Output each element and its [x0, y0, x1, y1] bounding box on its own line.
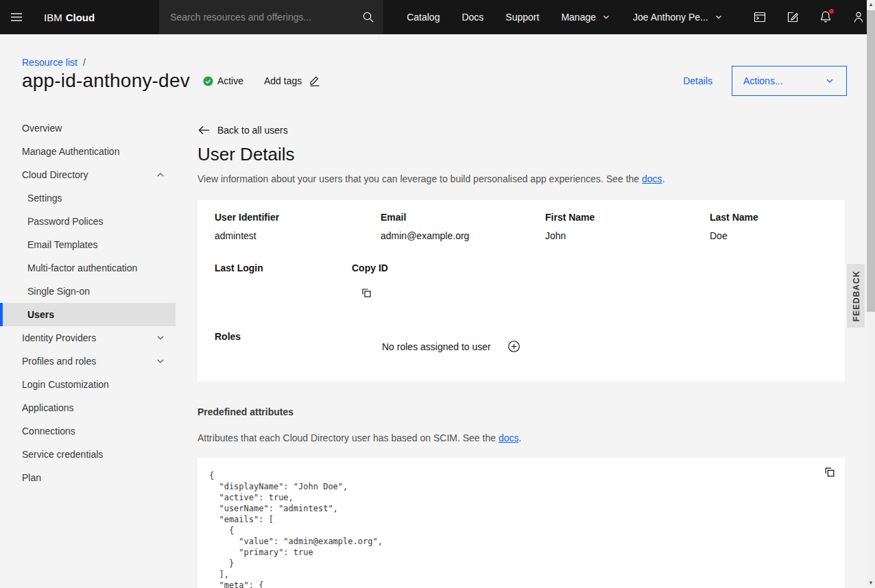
- code-line: ],: [209, 569, 383, 580]
- details-link[interactable]: Details: [683, 75, 712, 86]
- copy-code-button[interactable]: [824, 466, 836, 478]
- docs-link[interactable]: docs: [642, 173, 662, 184]
- arrow-left-icon: [197, 125, 210, 136]
- notifications-button[interactable]: [809, 0, 842, 34]
- sidebar-item-password-polices[interactable]: Password Polices: [0, 210, 176, 233]
- description-text: Attributes that each Cloud Directory use…: [197, 432, 499, 443]
- chevron-down-icon: [601, 12, 611, 22]
- search-button[interactable]: [353, 0, 383, 34]
- sidebar-item-service-credentials[interactable]: Service credentials: [0, 443, 176, 466]
- copy-id-button[interactable]: [361, 287, 372, 299]
- actions-label: Actions...: [743, 75, 783, 86]
- sidebar-item-settings[interactable]: Settings: [0, 186, 176, 210]
- nav-docs[interactable]: Docs: [451, 0, 494, 34]
- sidebar-item-plan[interactable]: Plan: [0, 466, 176, 489]
- hamburger-menu-button[interactable]: [0, 0, 33, 34]
- nav-catalog[interactable]: Catalog: [396, 0, 451, 34]
- search-icon: [362, 11, 374, 23]
- top-header: IBM Cloud Catalog Docs Support Manage Jo…: [0, 0, 875, 34]
- add-tags-button[interactable]: Add tags: [264, 75, 321, 87]
- sidebar-item-label: Profiles and roles: [22, 356, 96, 367]
- actions-dropdown[interactable]: Actions...: [732, 66, 847, 96]
- page-title: app-id-anthony-dev: [22, 70, 190, 92]
- nav-account[interactable]: Joe Anthony Pe...: [622, 0, 734, 34]
- brand-cloud: Cloud: [66, 12, 95, 23]
- sidebar-item-label: Settings: [27, 193, 62, 204]
- description-period: .: [518, 432, 521, 443]
- no-roles-text: No roles assigned to user: [382, 341, 491, 352]
- roles-label: Roles: [215, 331, 241, 342]
- sidebar-item-manage-authentication[interactable]: Manage Authentication: [0, 140, 176, 163]
- sidebar-item-multi-factor-authentication[interactable]: Multi-factor authentication: [0, 256, 176, 280]
- sidebar-item-overview[interactable]: Overview: [0, 117, 176, 140]
- hamburger-icon: [10, 10, 23, 24]
- chevron-down-icon: [824, 75, 835, 86]
- search-input[interactable]: [159, 12, 353, 23]
- status-badge: Active: [203, 75, 243, 86]
- code-line: "value": "admin@example.org",: [209, 536, 383, 547]
- sidebar-item-label: Cloud Directory: [22, 169, 88, 180]
- sidebar-item-users[interactable]: Users: [0, 303, 176, 326]
- brand-ibm: IBM: [44, 12, 62, 23]
- field-value-email: admin@example.org: [381, 230, 469, 241]
- code-line: "primary": true: [209, 547, 383, 558]
- predefined-attributes-description: Attributes that each Cloud Directory use…: [197, 432, 521, 443]
- docs-link[interactable]: docs: [499, 432, 519, 443]
- chevron-down-icon: [155, 356, 166, 367]
- nav-manage[interactable]: Manage: [550, 0, 622, 34]
- chevron-down-icon: [714, 12, 723, 22]
- code-line: {: [209, 525, 383, 536]
- sidebar-item-label: Password Polices: [27, 216, 104, 227]
- notification-badge-dot: [829, 9, 834, 14]
- side-nav: Overview Manage Authentication Cloud Dir…: [0, 117, 176, 489]
- field-label-user-identifier: User Identifier: [215, 212, 279, 223]
- edit-square-icon: [786, 10, 800, 24]
- page-title-row: app-id-anthony-dev Active Add tags Detai…: [22, 66, 847, 96]
- code-line: "displayName": "John Doe",: [209, 481, 383, 492]
- sidebar-item-cloud-directory[interactable]: Cloud Directory: [0, 163, 176, 186]
- sidebar-item-single-sign-on[interactable]: Single Sign-on: [0, 280, 176, 303]
- chevron-down-icon: [155, 332, 166, 343]
- add-role-button[interactable]: [507, 340, 520, 353]
- user-details-description: View information about your users that y…: [197, 173, 665, 184]
- sidebar-item-label: Users: [27, 309, 54, 320]
- scrollbar-down-arrow-icon[interactable]: ▼: [867, 578, 875, 588]
- header-search: [159, 0, 383, 34]
- ibm-cloud-logo[interactable]: IBM Cloud: [33, 0, 100, 34]
- sidebar-item-profiles-and-roles[interactable]: Profiles and roles: [0, 350, 176, 373]
- sidebar-item-identity-providers[interactable]: Identity Providers: [0, 326, 176, 350]
- feedback-tab[interactable]: FEEDBACK: [847, 264, 865, 328]
- code-line: "meta": {: [209, 580, 383, 588]
- status-label: Active: [217, 75, 243, 86]
- code-lines: { "displayName": "John Doe", "active": t…: [209, 470, 383, 588]
- last-login-label: Last Login: [215, 262, 263, 273]
- nav-catalog-label: Catalog: [407, 12, 440, 23]
- code-line: {: [209, 470, 383, 481]
- code-line: }: [209, 558, 383, 569]
- cloud-shell-button[interactable]: [743, 0, 776, 34]
- copy-id-label: Copy ID: [352, 262, 388, 273]
- code-line: "emails": [: [209, 514, 383, 525]
- field-label-first-name: First Name: [545, 212, 595, 223]
- sidebar-item-login-customization[interactable]: Login Customization: [0, 373, 176, 396]
- sidebar-item-label: Multi-factor authentication: [27, 262, 137, 273]
- scrollbar-up-arrow-icon[interactable]: ▲: [867, 0, 875, 10]
- field-label-email: Email: [381, 212, 406, 223]
- sidebar-item-connections[interactable]: Connections: [0, 419, 176, 443]
- avatar-icon: [852, 10, 865, 24]
- sidebar-item-label: Identity Providers: [22, 332, 96, 343]
- sidebar-item-label: Service credentials: [22, 449, 103, 460]
- back-to-all-users-link[interactable]: Back to all users: [197, 125, 288, 136]
- scrollbar-thumb[interactable]: [867, 10, 875, 312]
- field-value-user-identifier: admintest: [215, 230, 256, 241]
- sidebar-item-email-templates[interactable]: Email Templates: [0, 233, 176, 256]
- nav-support-label: Support: [505, 12, 539, 23]
- nav-support[interactable]: Support: [494, 0, 550, 34]
- sidebar-item-applications[interactable]: Applications: [0, 396, 176, 419]
- sidebar-item-label: Email Templates: [27, 239, 97, 250]
- feedback-edit-button[interactable]: [776, 0, 809, 34]
- back-link-label: Back to all users: [217, 125, 288, 136]
- sidebar-item-label: Connections: [22, 426, 75, 437]
- code-line: "userName": "admintest",: [209, 503, 383, 514]
- vertical-scrollbar[interactable]: ▲ ▼: [867, 0, 875, 588]
